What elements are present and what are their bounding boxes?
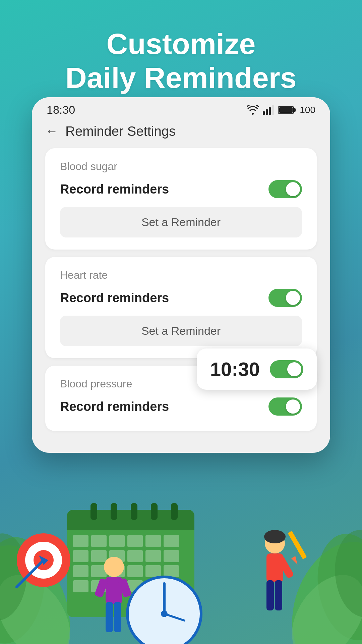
svg-rect-33: [145, 550, 161, 562]
blood-sugar-toggle[interactable]: [268, 180, 302, 198]
signal-icon: [263, 105, 274, 115]
svg-rect-65: [266, 580, 274, 610]
heart-rate-label: Record reminders: [60, 291, 169, 305]
blood-sugar-card: Blood sugar Record reminders Set a Remin…: [45, 148, 317, 250]
svg-rect-0: [263, 111, 265, 115]
nav-bar: ← Reminder Settings: [32, 119, 330, 145]
blood-sugar-toggle-thumb: [286, 182, 300, 196]
svg-rect-19: [111, 503, 117, 520]
svg-point-56: [104, 557, 124, 577]
svg-rect-66: [275, 580, 282, 610]
popup-time: 10:30: [210, 358, 260, 380]
wifi-icon: [247, 105, 259, 115]
svg-rect-29: [73, 550, 88, 562]
heart-rate-card: Heart rate Record reminders Set a Remind…: [45, 257, 317, 358]
svg-rect-24: [91, 535, 107, 547]
page-title: Reminder Settings: [65, 124, 176, 139]
svg-rect-40: [164, 565, 179, 577]
blood-sugar-set-reminder-button[interactable]: Set a Reminder: [60, 207, 302, 237]
illustration-area: [0, 449, 362, 644]
phone-frame: 18:30 100: [32, 97, 330, 453]
time-popup: 10:30: [197, 348, 317, 390]
status-icons: 100: [247, 105, 315, 115]
svg-rect-17: [67, 523, 194, 530]
heart-rate-row: Record reminders: [60, 289, 302, 307]
svg-rect-30: [91, 550, 107, 562]
svg-rect-68: [288, 531, 307, 559]
blood-pressure-toggle[interactable]: [268, 397, 302, 416]
svg-rect-25: [109, 535, 125, 547]
svg-rect-2: [269, 107, 271, 115]
scroll-content: Blood sugar Record reminders Set a Remin…: [32, 145, 330, 438]
svg-rect-58: [106, 602, 113, 632]
heart-rate-toggle-thumb: [286, 291, 300, 305]
heart-rate-category: Heart rate: [60, 269, 302, 281]
illustration-svg: [0, 449, 362, 644]
svg-point-63: [264, 530, 286, 543]
svg-rect-21: [151, 503, 158, 520]
svg-rect-1: [266, 109, 268, 115]
svg-rect-23: [73, 535, 88, 547]
status-bar: 18:30 100: [32, 97, 330, 119]
hero-title: Customize Daily Reminders: [13, 27, 349, 95]
heart-rate-set-reminder-button[interactable]: Set a Reminder: [60, 316, 302, 346]
svg-rect-28: [164, 535, 179, 547]
svg-rect-32: [127, 550, 143, 562]
popup-toggle[interactable]: [270, 360, 303, 378]
blood-sugar-category: Blood sugar: [60, 160, 302, 173]
svg-rect-22: [171, 503, 178, 520]
svg-rect-38: [127, 565, 143, 577]
popup-toggle-thumb: [287, 362, 301, 376]
battery-icon: [278, 105, 296, 115]
battery-level: 100: [300, 105, 315, 115]
blood-pressure-toggle-thumb: [286, 399, 300, 414]
heart-rate-toggle[interactable]: [268, 289, 302, 307]
svg-rect-39: [145, 565, 161, 577]
svg-rect-26: [127, 535, 143, 547]
svg-marker-69: [291, 556, 300, 566]
svg-rect-5: [294, 108, 296, 112]
blood-pressure-label: Record reminders: [60, 399, 169, 414]
svg-rect-35: [73, 565, 88, 577]
svg-rect-27: [145, 535, 161, 547]
svg-rect-20: [131, 503, 137, 520]
svg-rect-34: [164, 550, 179, 562]
blood-sugar-label: Record reminders: [60, 182, 169, 197]
blood-pressure-row: Record reminders: [60, 397, 302, 416]
blood-sugar-row: Record reminders: [60, 180, 302, 198]
svg-rect-59: [114, 602, 121, 632]
svg-rect-6: [279, 107, 293, 113]
svg-rect-41: [73, 580, 88, 592]
svg-rect-18: [90, 503, 97, 520]
status-time: 18:30: [47, 103, 75, 116]
svg-rect-3: [272, 105, 274, 115]
back-button[interactable]: ←: [45, 124, 58, 139]
